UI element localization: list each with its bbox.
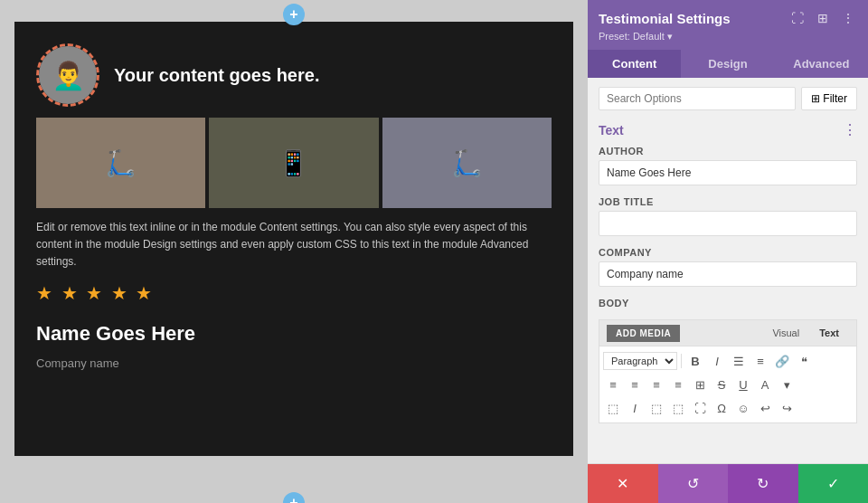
body-text: Edit or remove this text inline or in th… xyxy=(36,219,552,271)
blockquote-button[interactable]: ❝ xyxy=(794,351,814,371)
text-tab[interactable]: Text xyxy=(809,324,849,342)
align-right-button[interactable]: ≡ xyxy=(646,375,666,394)
company-display: Company name xyxy=(36,356,552,370)
tab-advanced[interactable]: Advanced xyxy=(775,50,868,78)
fullscreen-editor-button[interactable]: ⛶ xyxy=(690,398,710,418)
divider-1 xyxy=(681,354,682,368)
star-rating: ★ ★ ★ ★ ★ xyxy=(36,282,552,304)
body-label: Body xyxy=(599,298,857,308)
link-button[interactable]: 🔗 xyxy=(772,351,792,371)
panel-title: Testimonial Settings xyxy=(599,11,731,26)
toolbar-row-1: Paragraph B I ☰ ≡ 🔗 ❝ xyxy=(603,349,853,373)
bottom-add-button[interactable]: + xyxy=(283,492,305,503)
panel-title-icons: ⛶ ⊞ ⋮ xyxy=(788,9,857,27)
toolbar-row-2: ≡ ≡ ≡ ≡ ⊞ S U A ▾ xyxy=(603,373,853,396)
section-title: Text xyxy=(599,123,624,138)
outdent-button[interactable]: ⬚ xyxy=(668,398,688,418)
hero-title: Your content goes here. xyxy=(114,65,319,86)
tab-content[interactable]: Content xyxy=(588,50,681,78)
visual-text-tabs: Visual Text xyxy=(762,324,849,342)
panel-body: ⊞ Filter Text ⋮ Author Job Title Company… xyxy=(588,78,868,463)
bold-button[interactable]: B xyxy=(685,351,705,371)
testimonial-module: 👨‍🦱 Your content goes here. 🛴 📱 🛴 Edit o… xyxy=(14,22,573,456)
strikethrough-button[interactable]: S xyxy=(712,375,731,394)
search-row: ⊞ Filter xyxy=(599,87,857,110)
embed-button[interactable]: ⬚ xyxy=(603,398,623,418)
image-2: 📱 xyxy=(209,118,378,208)
format-italic-button[interactable]: I xyxy=(625,398,645,418)
panel-tabs: Content Design Advanced xyxy=(588,50,868,78)
paragraph-select[interactable]: Paragraph xyxy=(603,352,677,370)
author-input[interactable] xyxy=(599,160,857,185)
align-justify-button[interactable]: ≡ xyxy=(668,375,688,394)
preset-selector[interactable]: Preset: Default ▾ xyxy=(599,31,857,43)
settings-panel: Testimonial Settings ⛶ ⊞ ⋮ Preset: Defau… xyxy=(588,0,868,503)
company-field-group: Company xyxy=(599,247,857,287)
table-button[interactable]: ⊞ xyxy=(690,375,710,394)
special-char-button[interactable]: Ω xyxy=(712,398,731,418)
job-title-label: Job Title xyxy=(599,196,857,207)
font-color-button[interactable]: A xyxy=(755,375,775,394)
top-add-button[interactable]: + xyxy=(283,4,305,25)
save-button[interactable]: ✓ xyxy=(798,464,869,503)
author-label: Author xyxy=(599,146,857,157)
editor-toolbar: Paragraph B I ☰ ≡ 🔗 ❝ ≡ ≡ ≡ ≡ ⊞ S U A ▾ xyxy=(599,346,857,423)
columns-icon[interactable]: ⊞ xyxy=(814,9,832,27)
emoji-button[interactable]: ☺ xyxy=(733,398,753,418)
fullscreen-icon[interactable]: ⛶ xyxy=(788,9,807,27)
tab-design[interactable]: Design xyxy=(681,50,774,78)
align-center-button[interactable]: ≡ xyxy=(625,375,645,394)
underline-button[interactable]: U xyxy=(733,375,753,394)
text-section-header: Text ⋮ xyxy=(599,121,857,138)
add-media-button[interactable]: ADD MEDIA xyxy=(607,325,680,342)
section-more-icon[interactable]: ⋮ xyxy=(843,121,857,138)
redo-button[interactable]: ↻ xyxy=(728,464,798,503)
indent-button[interactable]: ⬚ xyxy=(646,398,666,418)
editor-toolbar-top: ADD MEDIA Visual Text xyxy=(599,319,857,346)
more-format-button[interactable]: ▾ xyxy=(777,375,797,394)
align-left-button[interactable]: ≡ xyxy=(603,375,623,394)
redo-editor-button[interactable]: ↪ xyxy=(777,398,797,418)
avatar-image: 👨‍🦱 xyxy=(39,46,97,104)
italic-button[interactable]: I xyxy=(707,351,727,371)
avatar: 👨‍🦱 xyxy=(36,43,99,107)
job-title-field-group: Job Title xyxy=(599,196,857,236)
panel-footer: ✕ ↺ ↻ ✓ xyxy=(588,463,868,503)
visual-tab[interactable]: Visual xyxy=(762,324,809,342)
image-1: 🛴 xyxy=(36,118,205,208)
job-title-input[interactable] xyxy=(599,211,857,236)
content-area: + 👨‍🦱 Your content goes here. 🛴 📱 🛴 Edit… xyxy=(0,0,588,503)
unordered-list-button[interactable]: ☰ xyxy=(729,351,749,371)
filter-button[interactable]: ⊞ Filter xyxy=(801,87,857,110)
more-icon[interactable]: ⋮ xyxy=(839,9,857,27)
undo-button[interactable]: ↺ xyxy=(658,464,729,503)
company-label: Company xyxy=(599,247,857,258)
author-name: Name Goes Here xyxy=(36,322,552,346)
ordered-list-button[interactable]: ≡ xyxy=(750,351,770,371)
image-3: 🛴 xyxy=(382,118,552,208)
cancel-button[interactable]: ✕ xyxy=(588,464,658,503)
author-field-group: Author xyxy=(599,146,857,185)
toolbar-row-3: ⬚ I ⬚ ⬚ ⛶ Ω ☺ ↩ ↪ xyxy=(603,396,853,420)
body-field-group: Body xyxy=(599,298,857,308)
search-input[interactable] xyxy=(599,87,796,110)
undo-editor-button[interactable]: ↩ xyxy=(755,398,775,418)
panel-header: Testimonial Settings ⛶ ⊞ ⋮ Preset: Defau… xyxy=(588,0,868,78)
image-row: 🛴 📱 🛴 xyxy=(36,118,552,208)
company-input[interactable] xyxy=(599,261,857,287)
